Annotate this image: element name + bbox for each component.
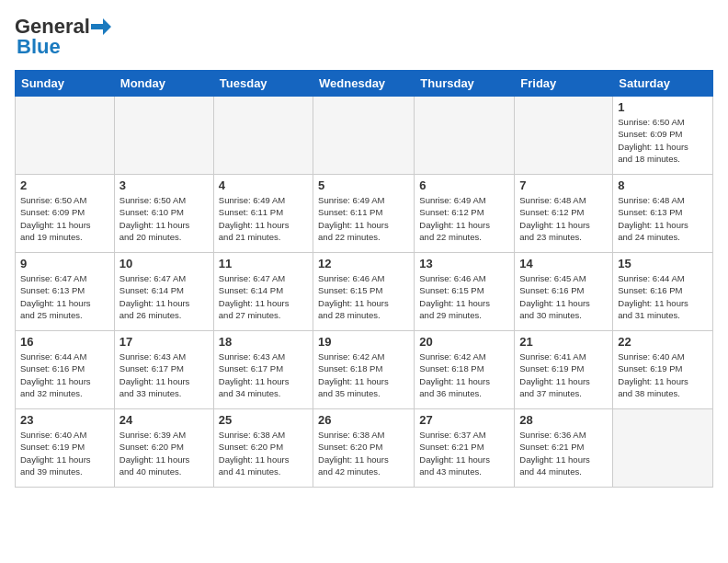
column-header-thursday: Thursday — [415, 71, 515, 97]
day-info: Sunrise: 6:50 AM Sunset: 6:09 PM Dayligh… — [20, 194, 109, 243]
day-info: Sunrise: 6:41 AM Sunset: 6:19 PM Dayligh… — [519, 350, 608, 399]
day-number: 17 — [119, 335, 209, 349]
day-cell: 3Sunrise: 6:50 AM Sunset: 6:10 PM Daylig… — [114, 175, 213, 253]
day-info: Sunrise: 6:43 AM Sunset: 6:17 PM Dayligh… — [219, 350, 308, 399]
day-cell: 25Sunrise: 6:38 AM Sunset: 6:20 PM Dayli… — [213, 409, 313, 488]
day-number: 25 — [219, 413, 308, 427]
day-number: 15 — [618, 257, 708, 270]
day-number: 24 — [119, 413, 209, 427]
column-header-sunday: Sunday — [16, 71, 115, 97]
day-info: Sunrise: 6:49 AM Sunset: 6:11 PM Dayligh… — [219, 194, 308, 243]
day-cell: 20Sunrise: 6:42 AM Sunset: 6:18 PM Dayli… — [415, 331, 515, 409]
week-row-5: 23Sunrise: 6:40 AM Sunset: 6:19 PM Dayli… — [16, 409, 713, 488]
day-info: Sunrise: 6:50 AM Sunset: 6:09 PM Dayligh… — [618, 116, 708, 165]
day-info: Sunrise: 6:49 AM Sunset: 6:12 PM Dayligh… — [419, 194, 509, 243]
day-info: Sunrise: 6:48 AM Sunset: 6:12 PM Dayligh… — [519, 194, 608, 243]
day-cell: 11Sunrise: 6:47 AM Sunset: 6:14 PM Dayli… — [213, 253, 313, 331]
column-header-saturday: Saturday — [613, 71, 713, 97]
day-cell: 1Sunrise: 6:50 AM Sunset: 6:09 PM Daylig… — [613, 97, 713, 175]
day-number: 23 — [20, 413, 109, 427]
day-cell — [613, 409, 713, 488]
day-cell: 4Sunrise: 6:49 AM Sunset: 6:11 PM Daylig… — [213, 175, 313, 253]
day-info: Sunrise: 6:46 AM Sunset: 6:15 PM Dayligh… — [318, 272, 409, 321]
day-cell: 28Sunrise: 6:36 AM Sunset: 6:21 PM Dayli… — [515, 409, 613, 488]
day-info: Sunrise: 6:42 AM Sunset: 6:18 PM Dayligh… — [419, 350, 509, 399]
day-info: Sunrise: 6:47 AM Sunset: 6:13 PM Dayligh… — [20, 272, 109, 321]
day-number: 1 — [618, 100, 708, 114]
day-cell: 10Sunrise: 6:47 AM Sunset: 6:14 PM Dayli… — [114, 253, 213, 331]
day-info: Sunrise: 6:40 AM Sunset: 6:19 PM Dayligh… — [20, 429, 109, 477]
day-number: 11 — [219, 257, 308, 270]
day-number: 9 — [20, 257, 109, 270]
day-cell: 17Sunrise: 6:43 AM Sunset: 6:17 PM Dayli… — [114, 331, 213, 409]
day-info: Sunrise: 6:44 AM Sunset: 6:16 PM Dayligh… — [20, 350, 109, 399]
day-number: 8 — [618, 178, 708, 192]
day-number: 14 — [519, 257, 608, 270]
day-cell: 23Sunrise: 6:40 AM Sunset: 6:19 PM Dayli… — [16, 409, 115, 488]
column-header-wednesday: Wednesday — [313, 71, 415, 97]
week-row-2: 2Sunrise: 6:50 AM Sunset: 6:09 PM Daylig… — [16, 175, 713, 253]
day-info: Sunrise: 6:45 AM Sunset: 6:16 PM Dayligh… — [519, 272, 608, 321]
logo: General Blue — [15, 15, 111, 59]
day-cell — [114, 97, 213, 175]
day-number: 21 — [519, 335, 608, 349]
day-number: 26 — [318, 413, 409, 427]
day-number: 16 — [20, 335, 109, 349]
day-number: 4 — [219, 178, 308, 192]
day-cell: 14Sunrise: 6:45 AM Sunset: 6:16 PM Dayli… — [515, 253, 613, 331]
day-cell: 16Sunrise: 6:44 AM Sunset: 6:16 PM Dayli… — [16, 331, 115, 409]
day-cell: 5Sunrise: 6:49 AM Sunset: 6:11 PM Daylig… — [313, 175, 415, 253]
day-number: 19 — [318, 335, 409, 349]
day-cell: 18Sunrise: 6:43 AM Sunset: 6:17 PM Dayli… — [213, 331, 313, 409]
svg-marker-0 — [91, 18, 111, 35]
day-cell — [16, 97, 115, 175]
day-cell: 13Sunrise: 6:46 AM Sunset: 6:15 PM Dayli… — [415, 253, 515, 331]
day-info: Sunrise: 6:37 AM Sunset: 6:21 PM Dayligh… — [419, 429, 509, 477]
day-info: Sunrise: 6:39 AM Sunset: 6:20 PM Dayligh… — [119, 429, 209, 477]
day-cell: 21Sunrise: 6:41 AM Sunset: 6:19 PM Dayli… — [515, 331, 613, 409]
day-info: Sunrise: 6:47 AM Sunset: 6:14 PM Dayligh… — [219, 272, 308, 321]
day-info: Sunrise: 6:38 AM Sunset: 6:20 PM Dayligh… — [219, 429, 308, 477]
day-cell: 27Sunrise: 6:37 AM Sunset: 6:21 PM Dayli… — [415, 409, 515, 488]
day-info: Sunrise: 6:44 AM Sunset: 6:16 PM Dayligh… — [618, 272, 708, 321]
day-number: 20 — [419, 335, 509, 349]
day-cell: 15Sunrise: 6:44 AM Sunset: 6:16 PM Dayli… — [613, 253, 713, 331]
calendar-header-row: SundayMondayTuesdayWednesdayThursdayFrid… — [16, 71, 713, 97]
day-info: Sunrise: 6:47 AM Sunset: 6:14 PM Dayligh… — [119, 272, 209, 321]
day-cell: 6Sunrise: 6:49 AM Sunset: 6:12 PM Daylig… — [415, 175, 515, 253]
day-cell: 12Sunrise: 6:46 AM Sunset: 6:15 PM Dayli… — [313, 253, 415, 331]
day-info: Sunrise: 6:40 AM Sunset: 6:19 PM Dayligh… — [618, 350, 708, 399]
day-number: 2 — [20, 178, 109, 192]
column-header-friday: Friday — [515, 71, 613, 97]
column-header-tuesday: Tuesday — [213, 71, 313, 97]
day-info: Sunrise: 6:42 AM Sunset: 6:18 PM Dayligh… — [318, 350, 409, 399]
day-info: Sunrise: 6:50 AM Sunset: 6:10 PM Dayligh… — [119, 194, 209, 243]
day-number: 12 — [318, 257, 409, 270]
day-number: 27 — [419, 413, 509, 427]
day-cell — [213, 97, 313, 175]
day-cell: 9Sunrise: 6:47 AM Sunset: 6:13 PM Daylig… — [16, 253, 115, 331]
calendar-table: SundayMondayTuesdayWednesdayThursdayFrid… — [15, 70, 713, 488]
header: General Blue — [15, 15, 713, 59]
day-cell — [415, 97, 515, 175]
day-info: Sunrise: 6:36 AM Sunset: 6:21 PM Dayligh… — [519, 429, 608, 477]
day-cell: 19Sunrise: 6:42 AM Sunset: 6:18 PM Dayli… — [313, 331, 415, 409]
day-number: 5 — [318, 178, 409, 192]
day-cell: 2Sunrise: 6:50 AM Sunset: 6:09 PM Daylig… — [16, 175, 115, 253]
day-cell: 26Sunrise: 6:38 AM Sunset: 6:20 PM Dayli… — [313, 409, 415, 488]
day-number: 6 — [419, 178, 509, 192]
day-info: Sunrise: 6:48 AM Sunset: 6:13 PM Dayligh… — [618, 194, 708, 243]
day-cell: 22Sunrise: 6:40 AM Sunset: 6:19 PM Dayli… — [613, 331, 713, 409]
logo-arrow-icon — [91, 18, 111, 35]
day-number: 22 — [618, 335, 708, 349]
day-info: Sunrise: 6:43 AM Sunset: 6:17 PM Dayligh… — [119, 350, 209, 399]
day-number: 13 — [419, 257, 509, 270]
week-row-3: 9Sunrise: 6:47 AM Sunset: 6:13 PM Daylig… — [16, 253, 713, 331]
day-cell — [515, 97, 613, 175]
week-row-4: 16Sunrise: 6:44 AM Sunset: 6:16 PM Dayli… — [16, 331, 713, 409]
day-cell: 8Sunrise: 6:48 AM Sunset: 6:13 PM Daylig… — [613, 175, 713, 253]
day-info: Sunrise: 6:46 AM Sunset: 6:15 PM Dayligh… — [419, 272, 509, 321]
logo-blue: Blue — [15, 35, 61, 59]
day-cell: 7Sunrise: 6:48 AM Sunset: 6:12 PM Daylig… — [515, 175, 613, 253]
column-header-monday: Monday — [114, 71, 213, 97]
